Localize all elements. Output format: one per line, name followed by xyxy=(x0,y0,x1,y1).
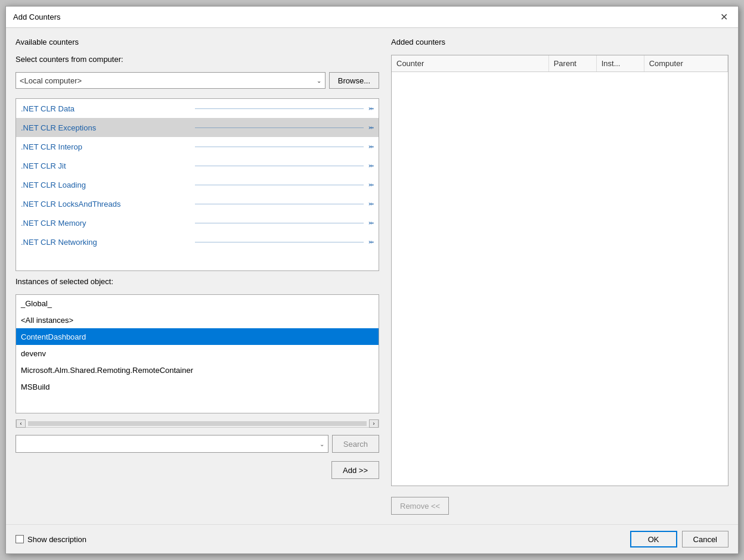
chevron-down-icon: ⤔ xyxy=(368,124,374,132)
dialog-footer: Show description OK Cancel xyxy=(6,524,738,553)
dropdown-arrow-icon: ⌄ xyxy=(317,77,321,84)
counter-item-line xyxy=(195,166,364,166)
footer-buttons: OK Cancel xyxy=(630,531,728,547)
search-dropdown-arrow-icon: ⌄ xyxy=(320,441,324,447)
counter-item[interactable]: .NET CLR Loading⤔ xyxy=(16,175,379,194)
instances-list[interactable]: _Global_<All instances>ContentDashboardd… xyxy=(16,294,379,413)
counter-item-label: .NET CLR Networking xyxy=(21,238,190,247)
counter-item-label: .NET CLR Jit xyxy=(21,161,190,170)
search-input[interactable]: ⌄ xyxy=(16,435,328,453)
instances-label: Instances of selected object: xyxy=(16,277,379,286)
chevron-down-icon: ⤔ xyxy=(368,200,374,208)
chevron-down-icon: ⤔ xyxy=(368,143,374,151)
col-parent: Parent xyxy=(549,55,597,71)
left-panel: Available counters Select counters from … xyxy=(16,38,379,515)
show-description-label: Show description xyxy=(27,535,86,544)
counter-item-line xyxy=(195,147,364,147)
browse-button[interactable]: Browse... xyxy=(329,72,379,89)
show-description-row: Show description xyxy=(16,535,86,544)
counter-item-line xyxy=(195,127,364,128)
chevron-down-icon: ⤔ xyxy=(368,162,374,170)
right-panel: Added counters Counter Parent Inst... Co… xyxy=(391,38,728,515)
scroll-track xyxy=(28,421,367,426)
instance-item[interactable]: <All instances> xyxy=(16,312,379,328)
added-counters-label: Added counters xyxy=(391,38,728,46)
counter-item[interactable]: .NET CLR Memory⤔ xyxy=(16,213,379,232)
col-counter: Counter xyxy=(392,55,549,71)
add-row: Add >> xyxy=(16,459,379,479)
counter-item-line xyxy=(195,204,364,204)
computer-row: <Local computer> ⌄ Browse... xyxy=(16,72,379,89)
dialog-title: Add Counters xyxy=(13,13,61,21)
title-bar: Add Counters ✕ xyxy=(6,7,738,28)
table-body xyxy=(392,72,728,486)
search-button[interactable]: Search xyxy=(332,435,379,453)
counter-item[interactable]: .NET CLR Data⤔ xyxy=(16,99,379,118)
scroll-right-button[interactable]: › xyxy=(369,419,379,428)
col-inst: Inst... xyxy=(597,55,644,71)
show-description-checkbox[interactable] xyxy=(16,535,24,543)
table-header: Counter Parent Inst... Computer xyxy=(392,55,728,72)
counter-item-label: .NET CLR Loading xyxy=(21,181,190,189)
remove-button[interactable]: Remove << xyxy=(391,497,449,515)
close-button[interactable]: ✕ xyxy=(717,10,731,24)
dialog-body: Available counters Select counters from … xyxy=(6,28,738,524)
chevron-down-icon: ⤔ xyxy=(368,219,374,227)
add-button[interactable]: Add >> xyxy=(331,461,379,479)
search-row: ⌄ Search xyxy=(16,435,379,453)
counter-item[interactable]: .NET CLR Networking⤔ xyxy=(16,232,379,251)
counter-item-label: .NET CLR Exceptions xyxy=(21,123,190,132)
chevron-down-icon: ⤔ xyxy=(368,105,374,113)
counter-item[interactable]: .NET CLR Interop⤔ xyxy=(16,137,379,156)
computer-dropdown[interactable]: <Local computer> ⌄ xyxy=(16,72,326,89)
computer-value: <Local computer> xyxy=(20,76,82,85)
select-from-label: Select counters from computer: xyxy=(16,55,379,64)
col-computer: Computer xyxy=(644,55,728,71)
available-counters-label: Available counters xyxy=(16,38,379,46)
chevron-down-icon: ⤔ xyxy=(368,181,374,189)
counters-list[interactable]: .NET CLR Data⤔.NET CLR Exceptions⤔.NET C… xyxy=(16,98,379,271)
counter-item-line xyxy=(195,108,364,109)
counter-item-label: .NET CLR Memory xyxy=(21,219,190,228)
counter-item-line xyxy=(195,223,364,223)
instance-item[interactable]: Microsoft.Alm.Shared.Remoting.RemoteCont… xyxy=(16,362,379,378)
instance-item[interactable]: MSBuild xyxy=(16,378,379,395)
counter-item-line xyxy=(195,185,364,185)
counter-item-line xyxy=(195,242,364,242)
counter-item-label: .NET CLR LocksAndThreads xyxy=(21,200,190,209)
counter-item[interactable]: .NET CLR Exceptions⤔ xyxy=(16,118,379,137)
added-counters-table: Counter Parent Inst... Computer xyxy=(391,55,728,486)
instance-item[interactable]: _Global_ xyxy=(16,295,379,312)
scroll-left-button[interactable]: ‹ xyxy=(16,419,26,428)
instance-item[interactable]: devenv xyxy=(16,345,379,362)
counter-item[interactable]: .NET CLR LocksAndThreads⤔ xyxy=(16,194,379,213)
counter-item[interactable]: .NET CLR Jit⤔ xyxy=(16,156,379,175)
ok-button[interactable]: OK xyxy=(630,531,677,547)
horizontal-scrollbar[interactable]: ‹ › xyxy=(16,419,379,428)
counter-item-label: .NET CLR Interop xyxy=(21,142,190,151)
add-counters-dialog: Add Counters ✕ Available counters Select… xyxy=(5,6,739,554)
chevron-down-icon: ⤔ xyxy=(368,238,374,246)
instance-item[interactable]: ContentDashboard xyxy=(16,328,379,345)
cancel-button[interactable]: Cancel xyxy=(682,531,728,547)
counter-item-label: .NET CLR Data xyxy=(21,104,190,113)
